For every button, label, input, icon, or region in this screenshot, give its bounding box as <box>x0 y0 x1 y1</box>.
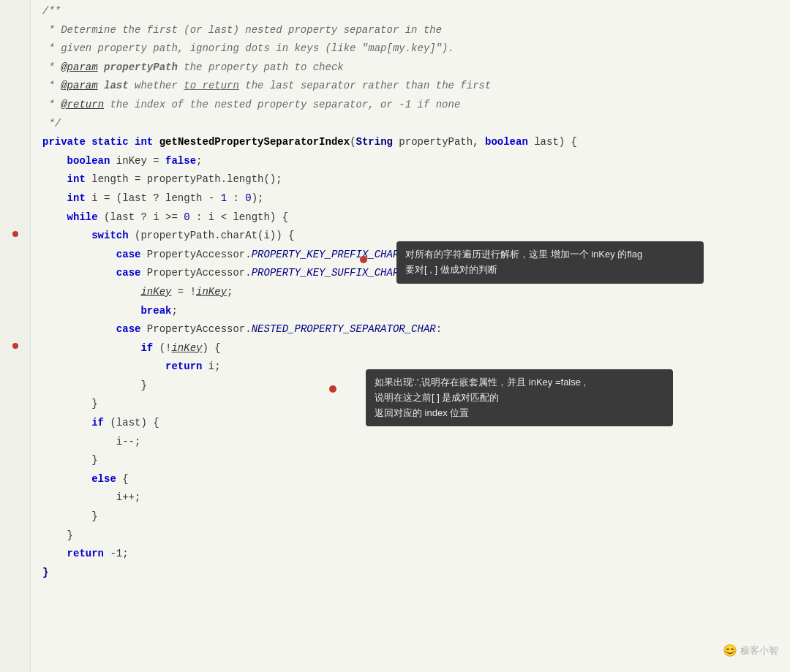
gutter-line-24 <box>0 431 31 450</box>
const-separator: NESTED_PROPERTY_SEPARATOR_CHAR <box>252 321 436 337</box>
num-0b: 0 <box>184 209 189 225</box>
keyword-int3: int <box>67 190 86 206</box>
gutter-line-20 <box>0 355 31 374</box>
code-line-27: i++; <box>42 489 790 508</box>
tooltip-1: 对所有的字符遍历进行解析，这里 增加一个 inKey 的flag要对[ , ] … <box>396 241 704 284</box>
code-line-29: } <box>42 527 790 546</box>
code-line-8: private static int getNestedPropertySepa… <box>42 134 790 153</box>
gutter-line-2 <box>0 19 31 38</box>
gutter-line-8 <box>0 131 31 150</box>
keyword-switch: switch <box>91 227 128 243</box>
keyword-return2: return <box>67 545 104 562</box>
code-line-30: return -1; <box>42 545 790 565</box>
code-line-18: case PropertyAccessor.NESTED_PROPERTY_SE… <box>42 321 790 340</box>
code-line-16: inKey = !inKey; <box>42 284 790 303</box>
close-brace: } <box>42 565 48 581</box>
javadoc-line-3: * given property path, ignoring dots in … <box>42 40 454 56</box>
code-line-3: * given property path, ignoring dots in … <box>42 40 790 59</box>
watermark-icon: 😊 <box>723 641 737 660</box>
keyword-case1: case <box>116 246 141 263</box>
editor-container: /** * Determine the first (or last) nest… <box>0 0 790 672</box>
gutter-line-26 <box>0 468 31 487</box>
breakpoint-dot-1 <box>12 231 18 237</box>
code-line-4: * @param propertyPath the property path … <box>42 59 790 78</box>
gutter-line-10 <box>0 168 31 187</box>
gutter-line-19 <box>0 337 31 356</box>
method-name: getNestedPropertySeparatorIndex <box>159 134 350 150</box>
keyword-case3: case <box>116 321 141 337</box>
keyword-int2: int <box>67 171 86 187</box>
code-area: /** * Determine the first (or last) nest… <box>31 0 790 672</box>
breakpoint-dot-2 <box>12 343 18 349</box>
gutter-line-22 <box>0 393 31 412</box>
gutter-line-25 <box>0 449 31 468</box>
code-line-24: i--; <box>42 434 790 453</box>
field-inkey2: inKey <box>196 284 227 300</box>
javadoc-open: /** <box>42 3 61 19</box>
watermark: 😊 极客小智 <box>723 641 778 660</box>
gutter-line-11 <box>0 187 31 206</box>
gutter-line-16 <box>0 281 31 300</box>
keyword-boolean: boolean <box>485 134 528 150</box>
code-line-9: boolean inKey = false; <box>42 153 790 172</box>
keyword-case2: case <box>116 265 141 281</box>
gutter-line-31 <box>0 562 31 581</box>
watermark-text: 极客小智 <box>740 643 778 659</box>
keyword-break: break <box>140 303 171 319</box>
gutter-line-1 <box>0 0 31 19</box>
code-line-5: * @param last whether to return the last… <box>42 78 790 97</box>
keyword-private: private <box>42 134 86 150</box>
const-suffix: PROPERTY_KEY_SUFFIX_CHAR <box>252 265 399 281</box>
keyword-static: static <box>91 134 128 150</box>
tooltip-1-text: 对所有的字符遍历进行解析，这里 增加一个 inKey 的flag要对[ , ] … <box>405 249 642 275</box>
code-line-10: int length = propertyPath.length(); <box>42 171 790 190</box>
code-line-2: * Determine the first (or last) nested p… <box>42 22 790 41</box>
gutter-line-28 <box>0 505 31 524</box>
gutter <box>0 0 31 672</box>
keyword-if: if <box>140 340 153 356</box>
javadoc-line-6: * @return the index of the nested proper… <box>42 97 460 113</box>
gutter-line-27 <box>0 486 31 505</box>
keyword-boolean2: boolean <box>67 153 110 169</box>
tooltip-2-text: 如果出现'.',说明存在嵌套属性，并且 inKey =false ,说明在这之前… <box>375 377 586 418</box>
gutter-line-6 <box>0 94 31 113</box>
type-string: String <box>356 134 393 150</box>
code-line-25: } <box>42 452 790 471</box>
keyword-if2: if <box>91 415 104 431</box>
gutter-line-12 <box>0 206 31 225</box>
javadoc-line-5: * @param last whether to return the last… <box>42 78 491 94</box>
gutter-line-4 <box>0 56 31 75</box>
code-line-12: while (last ? i >= 0 : i < length) { <box>42 209 790 228</box>
keyword-return: return <box>165 358 202 374</box>
tooltip-pointer-1 <box>360 256 367 263</box>
gutter-line-15 <box>0 262 31 281</box>
gutter-line-18 <box>0 318 31 337</box>
gutter-line-13 <box>0 224 31 243</box>
code-line-7: */ <box>42 116 790 135</box>
gutter-line-17 <box>0 300 31 319</box>
tooltip-pointer-2 <box>329 385 336 393</box>
field-inkey3: inKey <box>171 340 202 356</box>
gutter-line-21 <box>0 374 31 393</box>
keyword-while: while <box>67 209 98 225</box>
code-line-28: } <box>42 508 790 527</box>
tooltip-2: 如果出现'.',说明存在嵌套属性，并且 inKey =false ,说明在这之前… <box>366 369 673 426</box>
javadoc-line-2: * Determine the first (or last) nested p… <box>42 22 442 38</box>
gutter-line-14 <box>0 243 31 263</box>
code-line-1: /** <box>42 3 790 22</box>
num-0: 0 <box>245 190 251 206</box>
keyword-else: else <box>91 471 116 487</box>
keyword-int: int <box>135 134 153 150</box>
code-line-31: } <box>42 565 790 584</box>
javadoc-close: */ <box>42 116 61 132</box>
gutter-line-5 <box>0 75 31 94</box>
gutter-line-29 <box>0 524 31 543</box>
field-inkey: inKey <box>140 284 171 300</box>
keyword-false: false <box>165 153 196 169</box>
code-line-11: int i = (last ? length - 1 : 0); <box>42 190 790 209</box>
gutter-line-3 <box>0 37 31 56</box>
javadoc-line-4: * @param propertyPath the property path … <box>42 59 344 75</box>
code-line-17: break; <box>42 303 790 322</box>
gutter-line-23 <box>0 412 31 431</box>
gutter-line-30 <box>0 543 31 562</box>
